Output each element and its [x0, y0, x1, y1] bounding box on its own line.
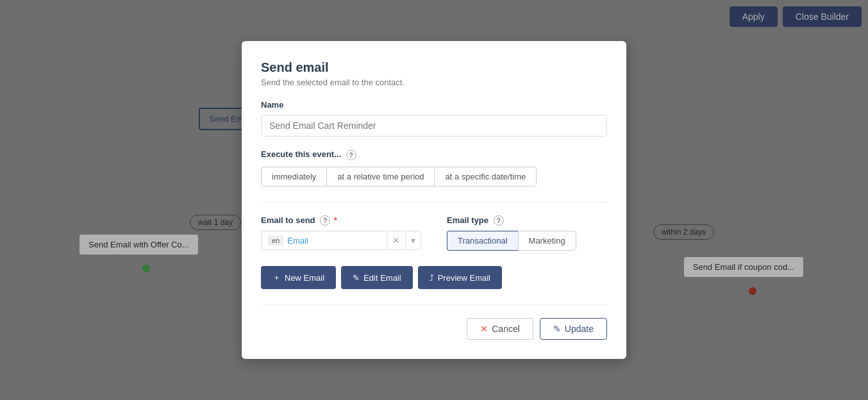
- exec-immediately-btn[interactable]: immediately: [261, 167, 326, 187]
- email-select-text: Email: [287, 236, 308, 246]
- edit-email-button[interactable]: ✎ Edit Email: [341, 266, 413, 289]
- exec-relative-btn[interactable]: at a relative time period: [326, 167, 434, 187]
- select-actions: ✕ ▾: [387, 231, 421, 249]
- modal-overlay: Send email Send the selected email to th…: [0, 0, 868, 400]
- update-button[interactable]: ✎ Update: [540, 318, 607, 340]
- execute-label: Execute this event... ?: [261, 149, 607, 160]
- type-marketing-btn[interactable]: Marketing: [518, 231, 576, 251]
- email-type-options: Transactional Marketing: [447, 231, 607, 251]
- edit-icon: ✎: [353, 273, 360, 283]
- cancel-button[interactable]: ✕ Cancel: [467, 318, 533, 340]
- modal-subtitle: Send the selected email to the contact.: [261, 78, 607, 87]
- preview-email-button[interactable]: ⤴ Preview Email: [418, 266, 502, 289]
- cancel-x-icon: ✕: [480, 324, 488, 334]
- name-input[interactable]: [261, 115, 607, 137]
- action-buttons: ＋ New Email ✎ Edit Email ⤴ Preview Email: [261, 266, 607, 289]
- two-col-section: Email to send ? * en Email ✕ ▾: [261, 215, 607, 251]
- lang-badge: en: [268, 235, 283, 246]
- plus-icon: ＋: [272, 272, 281, 283]
- exec-specific-btn[interactable]: at a specific date/time: [434, 167, 537, 187]
- new-email-button[interactable]: ＋ New Email: [261, 266, 336, 289]
- external-icon: ⤴: [430, 273, 434, 283]
- execute-help-icon[interactable]: ?: [346, 150, 356, 160]
- email-to-send-col: Email to send ? * en Email ✕ ▾: [261, 215, 421, 251]
- email-select-clear[interactable]: ✕: [387, 231, 405, 249]
- email-select-dropdown[interactable]: ▾: [405, 231, 421, 249]
- required-marker: *: [334, 215, 337, 225]
- email-type-help-icon[interactable]: ?: [494, 215, 504, 226]
- modal-footer: ✕ Cancel ✎ Update: [261, 304, 607, 340]
- divider: [261, 202, 607, 203]
- email-select-inner: en Email: [262, 231, 387, 249]
- email-to-send-label: Email to send ? *: [261, 215, 421, 226]
- email-select-wrapper[interactable]: en Email ✕ ▾: [261, 231, 421, 250]
- execute-options: immediately at a relative time period at…: [261, 167, 607, 187]
- type-transactional-btn[interactable]: Transactional: [447, 231, 518, 251]
- email-type-label: Email type ?: [447, 215, 607, 226]
- email-to-send-help-icon[interactable]: ?: [320, 215, 330, 226]
- name-label: Name: [261, 100, 607, 110]
- modal-title: Send email: [261, 60, 607, 75]
- email-type-col: Email type ? Transactional Marketing: [447, 215, 607, 251]
- update-pencil-icon: ✎: [553, 324, 561, 334]
- send-email-modal: Send email Send the selected email to th…: [242, 41, 626, 359]
